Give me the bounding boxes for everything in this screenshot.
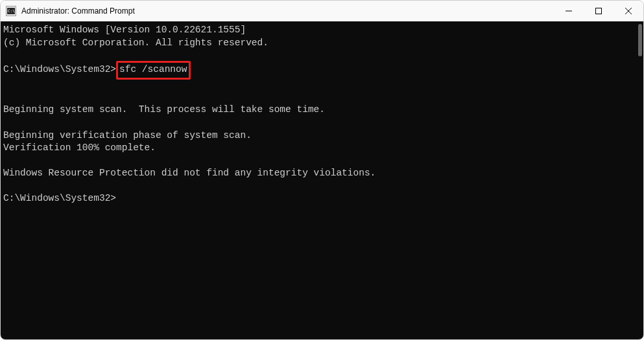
- command-prompt-window: C:\ Administrator: Command Prompt Micros…: [0, 0, 644, 340]
- prompt-path: C:\Windows\System32>: [3, 193, 116, 203]
- scrollbar-thumb[interactable]: [638, 24, 642, 56]
- maximize-button[interactable]: [584, 1, 614, 21]
- command-highlight: sfc /scannow: [116, 61, 191, 80]
- output-line: Beginning system scan. This process will…: [3, 104, 325, 115]
- output-line: Microsoft Windows [Version 10.0.22621.15…: [3, 25, 246, 35]
- cmd-icon: C:\: [6, 6, 16, 16]
- output-line: Verification 100% complete.: [3, 142, 156, 153]
- window-title: Administrator: Command Prompt: [21, 6, 554, 16]
- window-controls: [554, 1, 643, 21]
- output-line: Windows Resource Protection did not find…: [3, 168, 376, 178]
- svg-rect-3: [596, 8, 602, 14]
- close-button[interactable]: [614, 1, 643, 21]
- prompt-path: C:\Windows\System32>: [3, 63, 116, 76]
- terminal-output: Microsoft Windows [Version 10.0.22621.15…: [3, 24, 643, 205]
- minimize-button[interactable]: [554, 1, 584, 21]
- output-line: (c) Microsoft Corporation. All rights re…: [3, 38, 268, 48]
- command-text: sfc /scannow: [119, 64, 187, 74]
- titlebar[interactable]: C:\ Administrator: Command Prompt: [1, 1, 643, 21]
- svg-text:C:\: C:\: [8, 8, 15, 13]
- terminal-area[interactable]: Microsoft Windows [Version 10.0.22621.15…: [1, 21, 643, 339]
- output-line: Beginning verification phase of system s…: [3, 130, 252, 141]
